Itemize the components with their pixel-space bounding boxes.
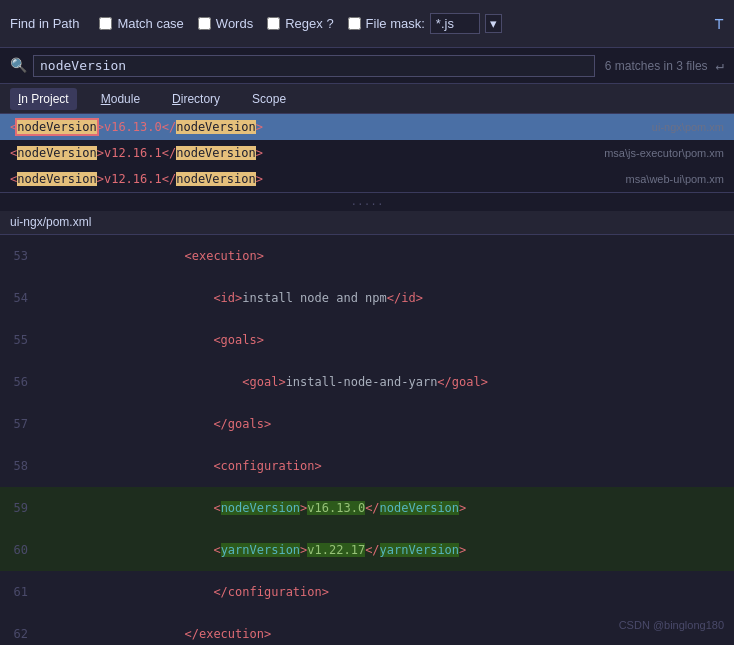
line-code: <id>install node and npm</id>: [40, 277, 423, 319]
tab-module[interactable]: Module: [93, 88, 148, 110]
match-case-group: Match case: [99, 16, 183, 31]
tab-in-project[interactable]: In Project: [10, 88, 77, 110]
regex-label: Regex ?: [285, 16, 333, 31]
search-input[interactable]: [33, 55, 595, 77]
code-line: 54 <id>install node and npm</id>: [0, 277, 734, 319]
line-code: </execution>: [40, 613, 271, 645]
search-bar: 🔍 6 matches in 3 files ↵: [0, 48, 734, 84]
line-number: 59: [0, 501, 40, 515]
code-content: 53 <execution> 54 <id>install node and n…: [0, 235, 734, 645]
line-code: </goals>: [40, 403, 271, 445]
line-number: 61: [0, 585, 40, 599]
watermark: CSDN @binglong180: [619, 619, 724, 631]
line-number: 58: [0, 459, 40, 473]
result-row[interactable]: <nodeVersion>v12.16.1</nodeVersion> msa\…: [0, 140, 734, 166]
words-group: Words: [198, 16, 253, 31]
toolbar: Find in Path Match case Words Regex ? Fi…: [0, 0, 734, 48]
match-case-label: Match case: [117, 16, 183, 31]
results-list: <nodeVersion>v16.13.0</nodeVersion> ui-n…: [0, 114, 734, 193]
result-row[interactable]: <nodeVersion>v12.16.1</nodeVersion> msa\…: [0, 166, 734, 192]
tabs-bar: In Project Module Directory Scope: [0, 84, 734, 114]
result-row[interactable]: <nodeVersion>v16.13.0</nodeVersion> ui-n…: [0, 114, 734, 140]
code-line: 56 <goal>install-node-and-yarn</goal>: [0, 361, 734, 403]
file-mask-input[interactable]: [430, 13, 480, 34]
tab-scope[interactable]: Scope: [244, 88, 294, 110]
result-code: <nodeVersion>v12.16.1</nodeVersion>: [10, 172, 263, 186]
code-line: 61 </configuration>: [0, 571, 734, 613]
filter-icon[interactable]: ⊤: [714, 14, 724, 34]
file-mask-group: File mask: ▾: [348, 13, 502, 34]
file-mask-checkbox[interactable]: [348, 17, 361, 30]
file-header: ui-ngx/pom.xml: [0, 211, 734, 235]
result-file-path: msa\js-executor\pom.xm: [604, 147, 724, 159]
line-code: <nodeVersion>v16.13.0</nodeVersion>: [40, 487, 466, 529]
line-code: <execution>: [40, 235, 264, 277]
code-line: 60 <yarnVersion>v1.22.17</yarnVersion>: [0, 529, 734, 571]
line-number: 56: [0, 375, 40, 389]
code-line: 55 <goals>: [0, 319, 734, 361]
words-checkbox[interactable]: [198, 17, 211, 30]
file-mask-label: File mask:: [366, 16, 425, 31]
code-panel: 53 <execution> 54 <id>install node and n…: [0, 235, 734, 645]
line-number: 53: [0, 249, 40, 263]
code-line: 53 <execution>: [0, 235, 734, 277]
line-number: 60: [0, 543, 40, 557]
line-code: <yarnVersion>v1.22.17</yarnVersion>: [40, 529, 466, 571]
line-code: <goal>install-node-and-yarn</goal>: [40, 361, 488, 403]
find-in-path-title: Find in Path: [10, 16, 79, 31]
words-label: Words: [216, 16, 253, 31]
enter-icon: ↵: [716, 57, 724, 74]
line-code: </configuration>: [40, 571, 329, 613]
line-code: <goals>: [40, 319, 264, 361]
code-line: 58 <configuration>: [0, 445, 734, 487]
line-number: 62: [0, 627, 40, 641]
result-code: <nodeVersion>v16.13.0</nodeVersion>: [10, 120, 263, 134]
line-number: 55: [0, 333, 40, 347]
tab-directory[interactable]: Directory: [164, 88, 228, 110]
match-case-checkbox[interactable]: [99, 17, 112, 30]
line-code: <configuration>: [40, 445, 322, 487]
result-file-path: ui-ngx\pom.xm: [652, 121, 724, 133]
line-number: 57: [0, 417, 40, 431]
regex-checkbox[interactable]: [267, 17, 280, 30]
code-line: 57 </goals>: [0, 403, 734, 445]
regex-group: Regex ?: [267, 16, 333, 31]
result-file-path: msa\web-ui\pom.xm: [626, 173, 724, 185]
result-code: <nodeVersion>v12.16.1</nodeVersion>: [10, 146, 263, 160]
code-line: 59 <nodeVersion>v16.13.0</nodeVersion>: [0, 487, 734, 529]
search-results-meta: 6 matches in 3 files: [605, 59, 708, 73]
file-mask-dropdown[interactable]: ▾: [485, 14, 502, 33]
search-icon: 🔍: [10, 57, 27, 74]
divider: .....: [0, 193, 734, 211]
line-number: 54: [0, 291, 40, 305]
